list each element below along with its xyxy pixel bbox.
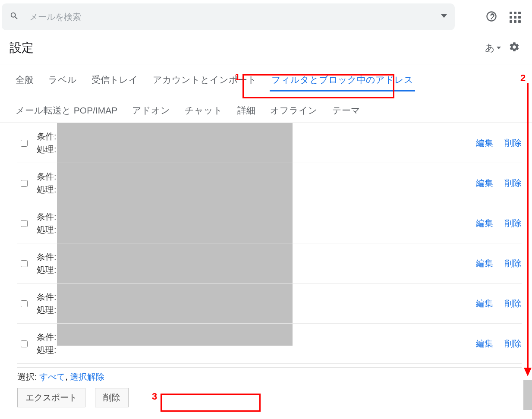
filter-checkbox[interactable] bbox=[19, 139, 29, 148]
scrollbar-thumb[interactable] bbox=[523, 380, 532, 410]
annotation-number-1: 1 bbox=[235, 72, 240, 83]
filter-condition-label: 条件: bbox=[37, 251, 63, 262]
filter-checkbox[interactable] bbox=[19, 299, 29, 309]
filter-checkbox[interactable] bbox=[19, 259, 29, 269]
tab-accounts-import[interactable]: アカウントとインポート bbox=[151, 71, 258, 91]
filter-delete-link[interactable]: 削除 bbox=[504, 338, 522, 350]
help-icon[interactable] bbox=[485, 10, 497, 24]
selection-separator: , bbox=[65, 372, 68, 381]
delete-button[interactable]: 削除 bbox=[95, 388, 129, 407]
export-button[interactable]: エクスポート bbox=[17, 388, 85, 407]
selection-label: 選択: bbox=[17, 372, 37, 381]
filter-labels: 条件:処理: bbox=[37, 211, 63, 235]
input-language-indicator[interactable]: あ bbox=[485, 41, 495, 54]
filter-row: 条件:処理:編集削除 bbox=[17, 163, 522, 203]
filter-edit-link[interactable]: 編集 bbox=[476, 298, 493, 309]
filter-checkbox[interactable] bbox=[19, 219, 29, 229]
filter-delete-link[interactable]: 削除 bbox=[504, 137, 522, 149]
tab-themes[interactable]: テーマ bbox=[331, 102, 362, 121]
filter-action-label: 処理: bbox=[37, 304, 63, 315]
tab-inbox[interactable]: 受信トレイ bbox=[90, 71, 140, 91]
page-title: 設定 bbox=[9, 40, 34, 56]
filter-condition-label: 条件: bbox=[37, 331, 63, 343]
tab-addons[interactable]: アドオン bbox=[130, 102, 172, 121]
selection-row: 選択: すべて, 選択解除 bbox=[17, 367, 522, 383]
settings-tabs: 全般 ラベル 受信トレイ アカウントとインポート フィルタとブロック中のアドレス… bbox=[0, 64, 532, 123]
filter-action-label: 処理: bbox=[37, 344, 63, 356]
filter-edit-link[interactable]: 編集 bbox=[476, 177, 493, 189]
filter-labels: 条件:処理: bbox=[37, 131, 63, 155]
annotation-arrow-2 bbox=[524, 83, 532, 378]
gear-icon[interactable] bbox=[509, 41, 520, 54]
tab-filters-blocked[interactable]: フィルタとブロック中のアドレス bbox=[270, 71, 415, 91]
language-caret-icon[interactable] bbox=[497, 44, 507, 52]
filter-row: 条件:処理:編集削除 bbox=[17, 284, 522, 324]
tab-offline[interactable]: オフライン bbox=[268, 102, 319, 121]
filter-checkbox[interactable] bbox=[19, 179, 29, 189]
tab-advanced[interactable]: 詳細 bbox=[236, 102, 257, 121]
select-none-link[interactable]: 選択解除 bbox=[70, 372, 104, 381]
filter-delete-link[interactable]: 削除 bbox=[504, 298, 522, 309]
tab-forwarding-pop-imap[interactable]: メール転送と POP/IMAP bbox=[14, 102, 119, 121]
filter-condition-label: 条件: bbox=[37, 131, 63, 142]
title-row: 設定 あ bbox=[0, 30, 532, 64]
filter-action-label: 処理: bbox=[37, 184, 63, 195]
filter-edit-link[interactable]: 編集 bbox=[476, 217, 493, 229]
filter-labels: 条件:処理: bbox=[37, 291, 63, 315]
filter-action-label: 処理: bbox=[37, 224, 63, 235]
filter-edit-link[interactable]: 編集 bbox=[476, 338, 493, 350]
filter-delete-link[interactable]: 削除 bbox=[504, 258, 522, 269]
annotation-number-3: 3 bbox=[152, 391, 157, 402]
search-bar[interactable] bbox=[2, 3, 455, 30]
filter-checkbox[interactable] bbox=[19, 339, 29, 349]
filter-delete-link[interactable]: 削除 bbox=[504, 177, 522, 189]
filter-row: 条件:処理:編集削除 bbox=[17, 203, 522, 243]
filter-row: 条件:処理:編集削除 bbox=[17, 123, 522, 163]
annotation-number-2: 2 bbox=[520, 72, 526, 84]
tab-labels[interactable]: ラベル bbox=[47, 71, 79, 91]
filter-condition-label: 条件: bbox=[37, 211, 63, 222]
filter-row: 条件:処理:編集削除 bbox=[17, 324, 522, 364]
filter-condition-label: 条件: bbox=[37, 291, 63, 302]
search-options-caret-icon[interactable] bbox=[441, 13, 447, 21]
filter-edit-link[interactable]: 編集 bbox=[476, 137, 493, 149]
filter-labels: 条件:処理: bbox=[37, 171, 63, 195]
filters-list: 条件:処理:編集削除条件:処理:編集削除条件:処理:編集削除条件:処理:編集削除… bbox=[0, 123, 532, 364]
tab-general[interactable]: 全般 bbox=[14, 71, 35, 91]
filter-delete-link[interactable]: 削除 bbox=[504, 217, 522, 229]
filter-action-label: 処理: bbox=[37, 144, 63, 155]
search-icon bbox=[9, 11, 19, 22]
filter-condition-label: 条件: bbox=[37, 171, 63, 182]
tab-chat[interactable]: チャット bbox=[183, 102, 224, 121]
filter-labels: 条件:処理: bbox=[37, 331, 63, 356]
select-all-link[interactable]: すべて bbox=[39, 372, 65, 381]
filter-action-label: 処理: bbox=[37, 264, 63, 275]
filter-labels: 条件:処理: bbox=[37, 251, 63, 275]
filter-row: 条件:処理:編集削除 bbox=[17, 243, 522, 284]
search-input[interactable] bbox=[19, 12, 441, 22]
filter-edit-link[interactable]: 編集 bbox=[476, 258, 493, 269]
apps-grid-icon[interactable] bbox=[510, 12, 521, 23]
